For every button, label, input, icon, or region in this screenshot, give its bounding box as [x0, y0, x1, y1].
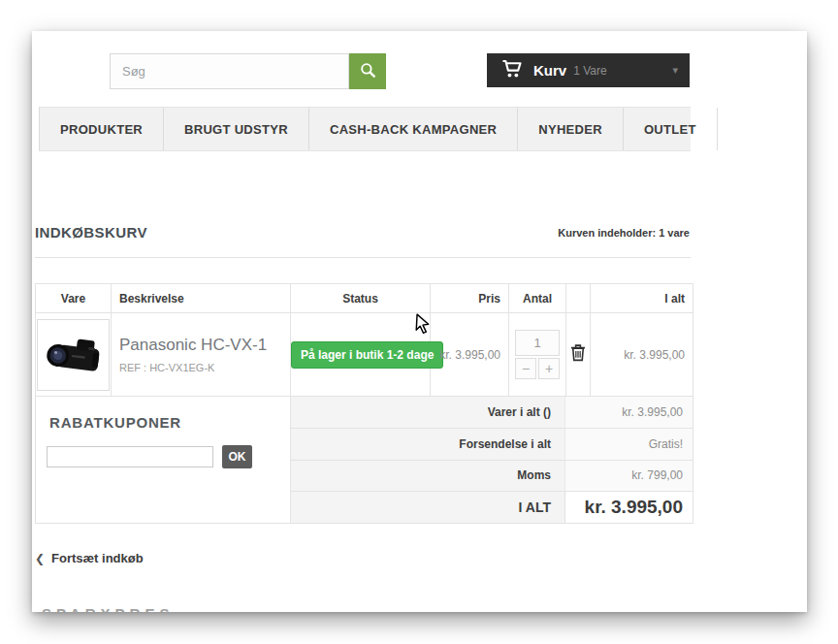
cart-table: Vare Beskrivelse Status Pris Antal I alt — [35, 283, 693, 524]
coupon-ok-button[interactable]: OK — [222, 445, 252, 468]
cart-count: 1 Vare — [573, 64, 606, 78]
summary-value: kr. 799,00 — [564, 461, 693, 492]
summary-value: kr. 3.995,00 — [564, 397, 693, 428]
quantity-decrease-button[interactable]: − — [515, 358, 536, 379]
chevron-down-icon: ▾ — [672, 64, 678, 77]
summary-row-subtotal: Varer i alt () kr. 3.995,00 — [291, 397, 693, 428]
line-total-cell: kr. 3.995,00 — [591, 313, 693, 396]
product-image[interactable] — [37, 319, 110, 391]
quantity-input[interactable] — [515, 330, 560, 356]
nav-item-cashback[interactable]: CASH-BACK KAMPAGNER — [309, 108, 518, 150]
divider — [35, 257, 691, 258]
line-total: kr. 3.995,00 — [624, 348, 685, 362]
summary-label: Moms — [291, 461, 564, 492]
quantity-stepper: − + — [515, 330, 560, 379]
col-header-status: Status — [291, 284, 431, 312]
summary-value: Gratis! — [564, 429, 693, 460]
nav-item-outlet[interactable]: OUTLET — [624, 108, 718, 150]
col-header-beskrivelse: Beskrivelse — [112, 284, 291, 312]
cart-contents-note: Kurven indeholder: 1 vare — [558, 227, 690, 239]
summary-label: Varer i alt () — [291, 397, 564, 428]
product-name-link[interactable]: Panasonic HC-VX-1 — [119, 336, 267, 355]
coupon-title: RABATKUPONER — [49, 414, 181, 431]
col-header-antal: Antal — [509, 284, 566, 312]
col-header-delete — [566, 284, 591, 312]
table-header-row: Vare Beskrivelse Status Pris Antal I alt — [36, 284, 693, 313]
trash-icon — [570, 343, 586, 366]
product-status-cell: På lager i butik 1-2 dage — [291, 313, 431, 396]
nav-item-brugt-udstyr[interactable]: BRUGT UDSTYR — [164, 108, 309, 150]
nav-item-produkter[interactable]: PRODUKTER — [39, 108, 164, 150]
summary-label: Forsendelse i alt — [291, 429, 564, 460]
stock-status-badge: På lager i butik 1-2 dage — [291, 341, 443, 369]
quantity-increase-button[interactable]: + — [538, 358, 560, 379]
cart-label: Kurv — [533, 62, 566, 79]
main-nav: PRODUKTER BRUGT UDSTYR CASH-BACK KAMPAGN… — [39, 107, 691, 151]
search-button[interactable] — [349, 53, 386, 89]
col-header-pris: Pris — [431, 284, 509, 312]
cart-icon — [501, 59, 523, 82]
camcorder-image — [43, 324, 105, 386]
search-input[interactable] — [110, 53, 349, 89]
product-ref: REF : HC-VX1EG-K — [119, 362, 267, 373]
col-header-vare: Vare — [36, 284, 112, 312]
magnifier-icon — [360, 62, 376, 81]
continue-shopping-label: Fortsæt indkøb — [51, 551, 144, 565]
col-header-ialt: I alt — [591, 284, 693, 312]
continue-shopping-link[interactable]: ❮ Fortsæt indkøb — [35, 551, 144, 565]
partner-logo-text: SPARXPRES — [42, 605, 174, 612]
quantity-cell: − + — [509, 313, 566, 396]
product-description-cell: Panasonic HC-VX-1 REF : HC-VX1EG-K — [112, 313, 291, 396]
summary-row-vat: Moms kr. 799,00 — [291, 460, 693, 492]
cart-item-row: Panasonic HC-VX-1 REF : HC-VX1EG-K På la… — [36, 313, 693, 397]
summary-row-grand-total: I ALT kr. 3.995,00 — [291, 491, 693, 523]
coupon-code-input[interactable] — [47, 446, 213, 467]
product-price-cell: kr. 3.995,00 — [431, 313, 509, 396]
page-card: Kurv 1 Vare ▾ PRODUKTER BRUGT UDSTYR CAS… — [32, 31, 807, 612]
grand-total-label: I ALT — [291, 492, 564, 523]
grand-total-value: kr. 3.995,00 — [564, 492, 693, 523]
remove-item-button[interactable] — [566, 313, 591, 396]
nav-item-nyheder[interactable]: NYHEDER — [518, 108, 624, 150]
page-title: INDKØBSKURV — [35, 224, 147, 241]
cart-dropdown-button[interactable]: Kurv 1 Vare ▾ — [487, 53, 690, 87]
chevron-left-icon: ❮ — [35, 552, 45, 565]
order-summary: Varer i alt () kr. 3.995,00 Forsendelse … — [291, 397, 693, 523]
product-image-cell — [36, 313, 112, 396]
summary-row-shipping: Forsendelse i alt Gratis! — [291, 428, 693, 460]
unit-price: kr. 3.995,00 — [439, 348, 500, 362]
coupon-section: RABATKUPONER OK — [36, 397, 291, 523]
